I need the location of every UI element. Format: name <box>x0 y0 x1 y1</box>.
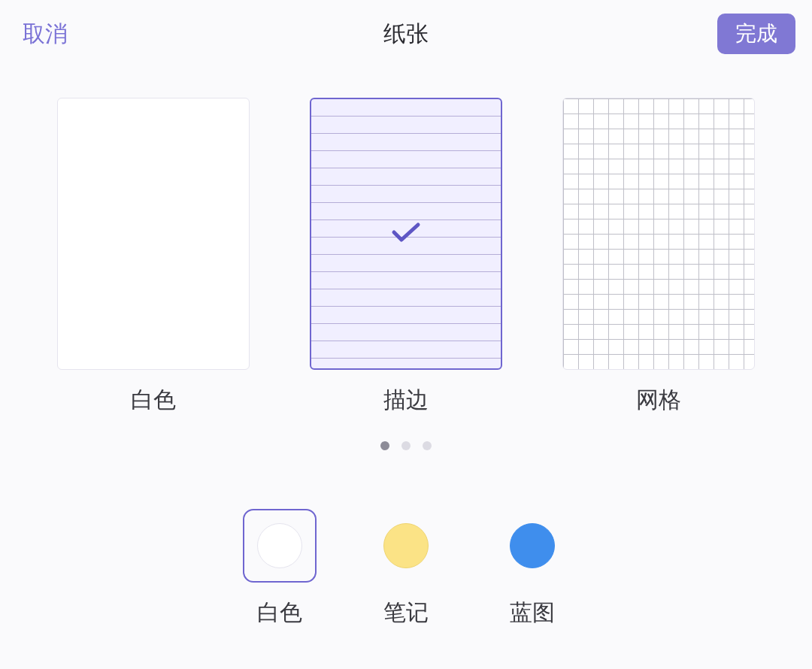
paper-picker-sheet: 取消 纸张 完成 白色 描边 网格 <box>0 0 812 669</box>
color-option-note[interactable]: 笔记 <box>369 509 443 628</box>
check-icon <box>391 220 421 247</box>
paper-option-lined[interactable]: 描边 <box>310 98 502 416</box>
page-title: 纸张 <box>383 19 429 50</box>
paper-option-grid[interactable]: 网格 <box>562 98 755 416</box>
paper-option-blank[interactable]: 白色 <box>57 98 250 416</box>
paper-label: 白色 <box>131 385 176 416</box>
paper-label: 描边 <box>383 385 429 416</box>
paper-template-row: 白色 描边 网格 <box>0 98 812 416</box>
paper-label: 网格 <box>636 385 681 416</box>
paper-preview-grid <box>562 98 755 370</box>
page-dot <box>380 441 389 450</box>
color-swatch-box <box>369 509 443 583</box>
done-button[interactable]: 完成 <box>717 14 795 54</box>
paper-preview-lined <box>310 98 502 370</box>
color-swatch-circle <box>257 523 302 568</box>
page-indicator[interactable] <box>0 441 812 450</box>
color-label: 笔记 <box>383 598 429 628</box>
color-label: 蓝图 <box>510 598 555 628</box>
color-swatch-circle <box>510 523 555 568</box>
color-swatch-circle <box>383 523 429 568</box>
page-dot <box>423 441 432 450</box>
color-option-blueprint[interactable]: 蓝图 <box>495 509 569 628</box>
color-option-white[interactable]: 白色 <box>243 509 317 628</box>
paper-preview-blank <box>57 98 250 370</box>
header: 取消 纸张 完成 <box>0 0 812 68</box>
paper-color-row: 白色 笔记 蓝图 <box>0 509 812 628</box>
color-label: 白色 <box>257 598 302 628</box>
color-swatch-box <box>495 509 569 583</box>
color-swatch-box <box>243 509 317 583</box>
page-dot <box>401 441 411 450</box>
cancel-button[interactable]: 取消 <box>23 19 68 50</box>
